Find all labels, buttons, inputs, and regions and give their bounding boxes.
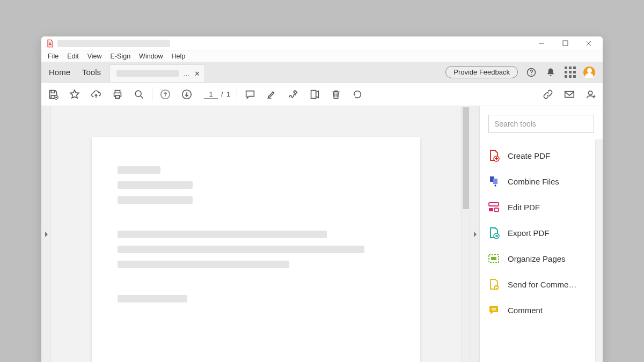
svg-rect-7 xyxy=(565,91,574,97)
svg-rect-10 xyxy=(489,203,499,206)
tool-export-pdf[interactable]: Export PDF xyxy=(487,220,603,246)
save-icon[interactable] xyxy=(47,88,60,101)
share-link-icon[interactable] xyxy=(541,88,554,101)
tools-panel-scrollbar[interactable] xyxy=(595,139,603,362)
tool-label: Send for Comme… xyxy=(508,280,576,289)
tool-label: Edit PDF xyxy=(508,203,540,212)
page-total: 1 xyxy=(226,90,230,98)
search-tools-input[interactable] xyxy=(488,115,594,133)
tab-ellipsis: … xyxy=(183,70,190,78)
tool-create-pdf[interactable]: Create PDF xyxy=(487,143,603,168)
menu-edit[interactable]: Edit xyxy=(63,51,83,61)
menu-help[interactable]: Help xyxy=(167,51,190,61)
nav-tools[interactable]: Tools xyxy=(82,68,101,77)
menu-view[interactable]: View xyxy=(83,51,106,61)
tool-combine-files[interactable]: Combine Files xyxy=(487,168,603,194)
edit-text-icon[interactable] xyxy=(308,88,321,101)
tool-label: Organize Pages xyxy=(508,254,566,263)
rotate-icon[interactable] xyxy=(351,88,364,101)
svg-point-4 xyxy=(135,91,141,97)
document-tab-title xyxy=(116,70,179,77)
page-sep: / xyxy=(221,90,223,98)
toolbar: 1 / 1 xyxy=(41,83,603,106)
menu-window[interactable]: Window xyxy=(135,51,167,61)
menubar: File Edit View E-Sign Window Help xyxy=(41,50,603,62)
tool-label: Combine Files xyxy=(508,177,559,186)
menu-esign[interactable]: E-Sign xyxy=(106,51,135,61)
highlight-icon[interactable] xyxy=(265,88,278,101)
tool-label: Export PDF xyxy=(508,228,550,238)
svg-point-8 xyxy=(588,91,592,94)
send-comments-icon xyxy=(487,278,500,291)
share-people-icon[interactable] xyxy=(584,88,597,101)
close-button[interactable] xyxy=(577,36,601,50)
tool-label: Comment xyxy=(508,306,543,315)
tool-organize-pages[interactable]: Organize Pages xyxy=(487,246,603,271)
window-title xyxy=(57,40,170,47)
organize-pages-icon xyxy=(487,252,500,265)
tab-close-button[interactable]: ✕ xyxy=(194,70,200,78)
help-icon[interactable] xyxy=(525,67,537,78)
svg-rect-15 xyxy=(491,257,496,260)
tool-comment[interactable]: Comment xyxy=(487,297,603,323)
document-viewport[interactable] xyxy=(51,106,470,362)
document-tab[interactable]: … ✕ xyxy=(109,64,205,82)
tool-label: Create PDF xyxy=(508,151,550,160)
page-current-input[interactable]: 1 xyxy=(204,90,218,99)
apps-grid-icon[interactable] xyxy=(564,67,576,78)
scrollbar-thumb[interactable] xyxy=(463,107,469,209)
nav-home[interactable]: Home xyxy=(49,68,70,77)
notifications-icon[interactable] xyxy=(545,67,557,78)
document-page xyxy=(92,137,420,362)
left-panel-toggle[interactable] xyxy=(41,106,51,362)
page-up-icon[interactable] xyxy=(159,88,172,101)
tool-edit-pdf[interactable]: Edit PDF xyxy=(487,194,603,220)
tools-panel: Create PDF Combine Files Edit PDF Export… xyxy=(479,106,603,362)
star-icon[interactable] xyxy=(68,88,81,101)
right-panel-toggle[interactable] xyxy=(470,106,479,362)
page-indicator: 1 / 1 xyxy=(204,90,230,99)
edit-pdf-icon xyxy=(487,201,500,213)
cloud-upload-icon[interactable] xyxy=(90,88,103,101)
create-pdf-icon xyxy=(487,149,500,162)
app-window: File Edit View E-Sign Window Help Home T… xyxy=(41,36,603,362)
app-pdf-icon xyxy=(46,39,54,48)
minimize-button[interactable] xyxy=(530,36,553,50)
maximize-button[interactable] xyxy=(553,36,577,50)
comment-icon xyxy=(487,304,500,316)
tool-send-for-comments[interactable]: Send for Comme… xyxy=(487,271,603,297)
tabbar: Home Tools … ✕ Provide Feedback xyxy=(41,62,603,83)
sign-icon[interactable] xyxy=(287,88,299,101)
email-icon[interactable] xyxy=(563,88,576,101)
provide-feedback-button[interactable]: Provide Feedback xyxy=(445,66,518,78)
svg-rect-12 xyxy=(494,208,499,211)
svg-rect-11 xyxy=(489,208,493,211)
page-down-icon[interactable] xyxy=(180,88,193,101)
titlebar xyxy=(41,36,603,50)
export-pdf-icon xyxy=(487,226,500,239)
document-scrollbar[interactable] xyxy=(461,106,470,362)
account-avatar[interactable] xyxy=(583,67,595,78)
print-icon[interactable] xyxy=(111,88,124,101)
svg-rect-0 xyxy=(563,41,568,46)
menu-file[interactable]: File xyxy=(43,51,63,61)
delete-icon[interactable] xyxy=(330,88,342,101)
svg-point-2 xyxy=(531,74,532,75)
comment-bubble-icon[interactable] xyxy=(244,88,257,101)
zoom-icon[interactable] xyxy=(133,88,145,101)
combine-files-icon xyxy=(487,175,500,188)
